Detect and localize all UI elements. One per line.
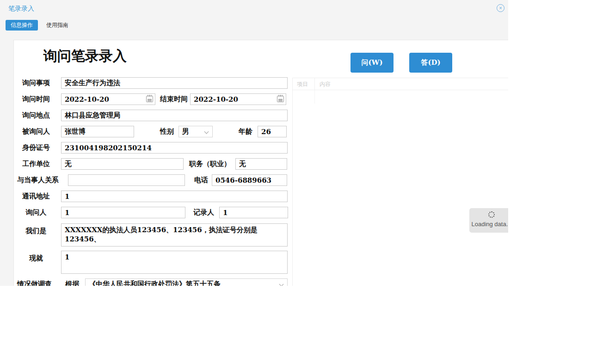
qa-empty-cell-item [293,90,315,104]
calendar-dots [148,99,152,100]
recorder-input[interactable] [219,207,288,218]
loading-text: Loading data... [469,221,508,228]
age-input[interactable] [258,126,287,137]
address-input[interactable] [61,191,288,202]
recorder-label: 记录人 [193,207,214,218]
gender-label: 性别 [160,126,174,137]
end-time-label: 结束时间 [160,93,188,105]
tab-info-operation[interactable]: 信息操作 [6,20,38,31]
qa-column-content: 内容 [315,78,508,90]
end-time-input[interactable] [190,93,286,105]
loading-indicator: Loading data... [469,208,508,233]
job-label: 职务（职业） [189,158,231,170]
we-are-label: 我们是 [14,225,58,237]
relation-input[interactable] [68,174,185,186]
job-input[interactable] [235,158,287,170]
inquirer-label: 询问人 [14,207,58,218]
work-unit-label: 工作单位 [14,158,58,170]
gender-select[interactable]: 男 [178,126,213,137]
now-on-textarea[interactable] [61,251,288,274]
address-label: 通讯地址 [14,191,58,202]
calendar-icon[interactable] [146,96,153,102]
qa-empty-cell-content [315,90,508,104]
interviewee-input[interactable] [61,126,134,137]
inquiry-matter-input[interactable] [61,77,288,89]
spinner-icon [488,211,495,218]
inquiry-place-label: 询问地点 [14,110,58,121]
inquiry-time-input[interactable] [61,93,155,105]
investigate-label: 情况做调查 [17,278,52,286]
phone-label: 电话 [194,174,208,186]
app-window: 笔录录入 × 信息操作 使用指南 询问笔录录入 问(W) 答(D) 询问事项 询… [0,0,508,286]
qa-empty-row [293,90,508,104]
inquiry-time-label: 询问时间 [14,93,58,105]
tab-user-guide[interactable]: 使用指南 [45,20,69,31]
gender-value: 男 [182,127,189,136]
inquiry-matter-label: 询问事项 [14,77,58,89]
basis-label: 根据 [65,278,79,286]
window-title: 笔录录入 [8,5,34,13]
answer-button[interactable]: 答(D) [409,53,452,73]
now-on-label: 现就 [14,253,58,264]
chevron-down-icon [204,130,209,134]
qa-column-item: 项目 [293,78,315,90]
ask-button[interactable]: 问(W) [351,53,394,73]
close-icon[interactable]: × [497,4,504,12]
interviewee-label: 被询问人 [14,126,58,137]
calendar-dots [278,99,283,100]
we-are-textarea[interactable] [61,223,288,247]
id-number-label: 身份证号 [14,142,58,154]
main-panel: 询问笔录录入 问(W) 答(D) 询问事项 询问时间 结束时间 询问地点 被询问… [13,40,508,286]
id-number-input[interactable] [61,142,288,154]
inquiry-place-input[interactable] [61,110,288,121]
phone-input[interactable] [212,174,287,186]
relation-label: 与当事人关系 [17,174,59,186]
age-label: 年龄 [239,126,252,137]
inquirer-input[interactable] [61,207,185,218]
chevron-down-icon [279,282,284,286]
work-unit-input[interactable] [61,158,184,170]
calendar-icon[interactable] [277,96,284,102]
basis-value: 《中华人民共和国行政处罚法》第五十五条 [89,280,221,286]
qa-header-row: 项目 内容 [293,78,508,90]
qa-datagrid: 项目 内容 [292,78,508,286]
basis-select[interactable]: 《中华人民共和国行政处罚法》第五十五条 [85,278,288,286]
page-title: 询问笔录录入 [43,47,127,66]
